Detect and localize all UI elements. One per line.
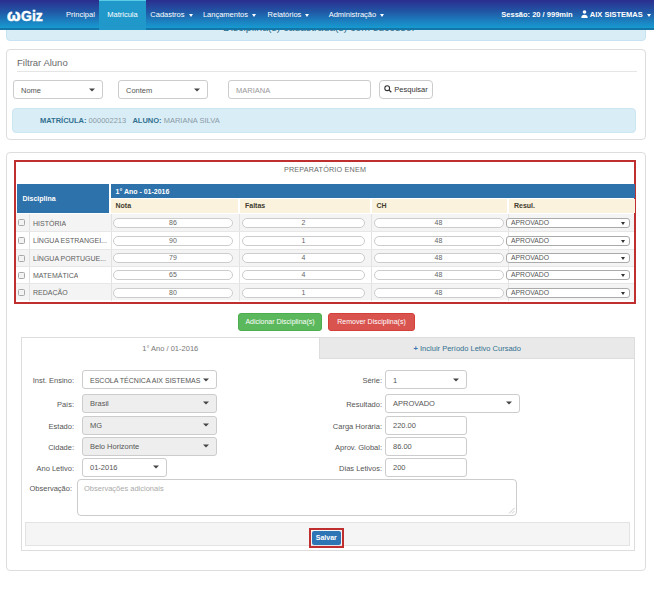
svg-text:Giz: Giz: [21, 8, 43, 24]
svg-text:ω: ω: [7, 7, 21, 24]
